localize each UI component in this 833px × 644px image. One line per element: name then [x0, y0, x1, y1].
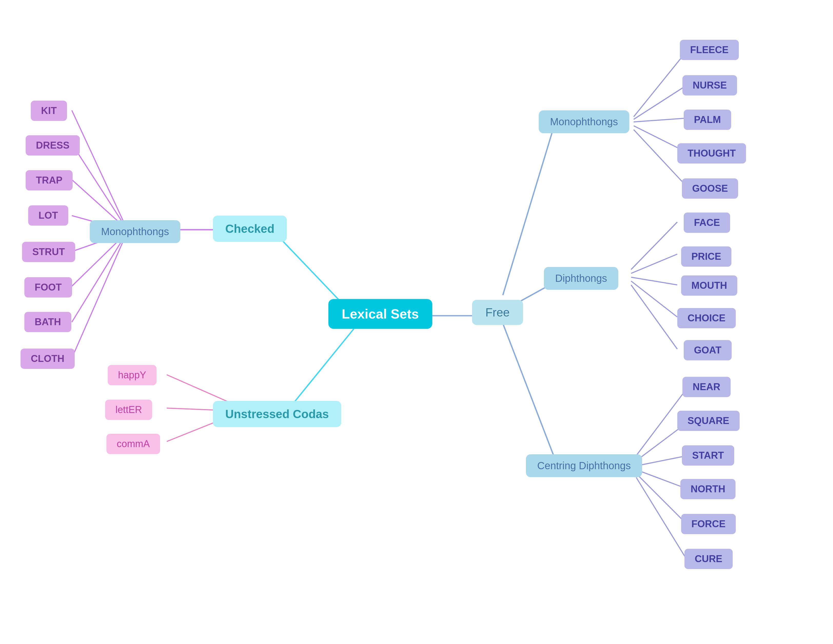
- svg-line-9: [72, 236, 123, 286]
- strut-node: STRUT: [22, 242, 75, 262]
- fleece-node: FLEECE: [680, 40, 739, 60]
- foot-node: FOOT: [24, 277, 72, 298]
- comma-node: commA: [106, 434, 160, 454]
- kit-node: KIT: [31, 101, 67, 121]
- start-node: START: [682, 445, 734, 465]
- svg-line-11: [72, 241, 123, 358]
- near-node: NEAR: [682, 377, 731, 397]
- svg-line-20: [634, 118, 688, 122]
- thought-node: THOUGHT: [677, 143, 746, 164]
- svg-line-18: [634, 50, 688, 117]
- price-node: PRICE: [681, 246, 732, 267]
- face-node: FACE: [684, 213, 730, 233]
- lexical-sets-node: Lexical Sets: [328, 299, 432, 329]
- svg-line-27: [631, 285, 677, 349]
- palm-node: PALM: [684, 109, 731, 130]
- svg-line-25: [631, 277, 677, 285]
- mouth-node: MOUTH: [681, 275, 737, 296]
- svg-line-24: [631, 254, 677, 274]
- svg-line-1: [287, 328, 354, 411]
- cure-node: CURE: [685, 549, 733, 569]
- svg-line-5: [72, 144, 123, 223]
- bath-node: BATH: [24, 312, 71, 332]
- svg-line-10: [72, 239, 123, 322]
- svg-line-12: [167, 375, 231, 403]
- dress-node: DRESS: [26, 135, 80, 156]
- svg-line-17: [503, 324, 554, 457]
- svg-line-23: [631, 222, 677, 269]
- free-node: Free: [472, 300, 523, 325]
- cloth-node: CLOTH: [21, 349, 75, 369]
- svg-line-4: [72, 110, 123, 221]
- goat-node: GOAT: [684, 340, 732, 361]
- goose-node: GOOSE: [682, 179, 738, 199]
- checked-node: Checked: [213, 216, 287, 242]
- svg-line-33: [636, 477, 688, 561]
- svg-line-26: [631, 281, 677, 317]
- square-node: SQUARE: [677, 411, 740, 431]
- choice-node: CHOICE: [677, 308, 736, 328]
- trap-node: TRAP: [26, 170, 72, 190]
- force-node: FORCE: [681, 514, 736, 534]
- happy-node: happY: [108, 365, 156, 385]
- svg-line-30: [636, 456, 688, 466]
- svg-line-19: [634, 85, 688, 119]
- diphthongs-node: Diphthongs: [544, 267, 618, 290]
- svg-line-6: [72, 180, 123, 226]
- nurse-node: NURSE: [682, 75, 737, 95]
- svg-line-31: [636, 470, 688, 489]
- centring-node: Centring Diphthongs: [526, 454, 642, 477]
- monophthongs-left-node: Monophthongs: [90, 220, 180, 243]
- north-node: NORTH: [680, 479, 735, 499]
- letter-node: lettER: [105, 400, 152, 420]
- svg-line-32: [636, 473, 688, 525]
- monophthongs-right-node: Monophthongs: [539, 110, 629, 133]
- lot-node: LOT: [28, 205, 68, 225]
- unstressed-node: Unstressed Codas: [213, 401, 341, 427]
